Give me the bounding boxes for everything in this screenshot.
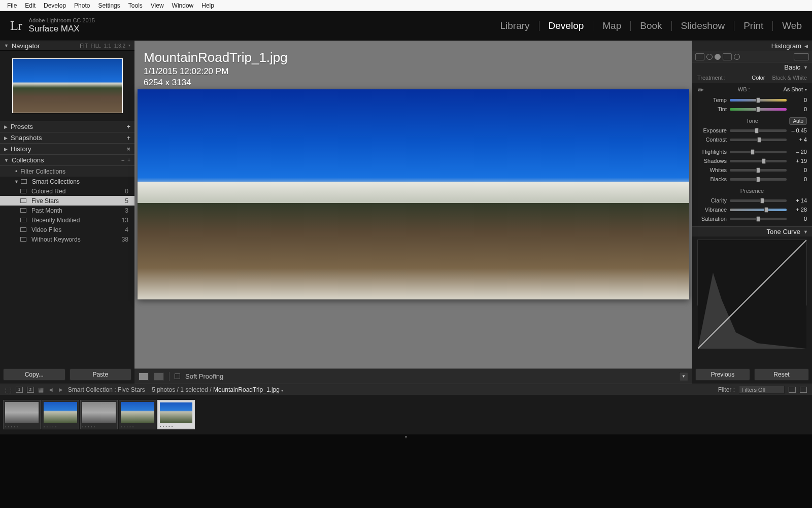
disclosure-triangle-icon[interactable]: ▶: [4, 124, 8, 129]
smart-collection-icon: [20, 208, 26, 213]
copy-button[interactable]: Copy...: [3, 368, 65, 381]
collection-colored-red[interactable]: Colored Red0: [0, 186, 134, 196]
reset-button[interactable]: Reset: [754, 368, 809, 381]
nav-zoom-fill[interactable]: FILL: [91, 43, 101, 49]
filter-lock-icon[interactable]: [789, 387, 796, 393]
collections-plus-icon[interactable]: +: [127, 157, 130, 163]
collection-five-stars[interactable]: Five Stars5: [0, 196, 134, 206]
folder-icon: [21, 179, 27, 184]
previous-button[interactable]: Previous: [695, 368, 750, 381]
module-web[interactable]: Web: [782, 20, 802, 31]
add-preset-icon[interactable]: +: [126, 123, 130, 130]
spot-tool-icon[interactable]: [706, 54, 713, 60]
snapshots-header[interactable]: ▶Snapshots +: [0, 132, 134, 143]
grid-view-2-icon[interactable]: 2: [27, 387, 34, 393]
menu-tools[interactable]: Tools: [124, 1, 147, 10]
slider-saturation[interactable]: Saturation0: [692, 214, 812, 223]
slider-temp[interactable]: Temp0: [692, 95, 812, 105]
radial-filter-icon[interactable]: [734, 54, 740, 60]
add-snapshot-icon[interactable]: +: [126, 134, 130, 142]
filter-collections[interactable]: •Filter Collections: [0, 165, 134, 177]
toolbar-menu-icon[interactable]: ▼: [679, 372, 688, 381]
catalog-name: Surface MAX: [29, 24, 95, 34]
treatment-bw[interactable]: Black & White: [772, 75, 807, 81]
disclosure-triangle-icon[interactable]: ◀: [804, 44, 808, 49]
loupe-view-icon[interactable]: [139, 372, 149, 381]
module-book[interactable]: Book: [640, 20, 662, 31]
thumbnail-1[interactable]: • • • • •: [3, 400, 41, 429]
thumbnail-4[interactable]: • • • • •: [119, 400, 156, 429]
nav-zoom-fit[interactable]: FIT: [80, 43, 88, 49]
history-header[interactable]: ▶History ×: [0, 143, 134, 154]
slider-tint[interactable]: Tint0: [692, 105, 812, 114]
treatment-color[interactable]: Color: [752, 75, 765, 81]
module-develop[interactable]: Develop: [549, 20, 584, 31]
basic-header[interactable]: Basic▼: [692, 62, 812, 72]
thumbnail-3[interactable]: • • • • •: [80, 400, 118, 429]
tone-curve-header[interactable]: Tone Curve▼: [692, 226, 812, 236]
grid-icon[interactable]: ▦: [38, 386, 44, 393]
auto-tone-button[interactable]: Auto: [789, 117, 807, 125]
wb-dropdown[interactable]: As Shot▾: [783, 86, 807, 92]
clear-history-icon[interactable]: ×: [126, 145, 130, 153]
slider-shadows[interactable]: Shadows+ 19: [692, 156, 812, 165]
slider-exposure[interactable]: Exposure– 0.45: [692, 126, 812, 135]
slider-whites[interactable]: Whites0: [692, 165, 812, 175]
disclosure-triangle-icon[interactable]: ▼: [4, 43, 9, 48]
histogram-header[interactable]: Histogram◀: [692, 41, 812, 51]
paste-button[interactable]: Paste: [70, 368, 132, 381]
nav-fwd-icon[interactable]: ►: [58, 386, 64, 393]
collection-without-keywords[interactable]: Without Keywords38: [0, 234, 134, 244]
menu-help[interactable]: Help: [197, 1, 218, 10]
module-map[interactable]: Map: [602, 20, 621, 31]
nav-back-icon[interactable]: ◄: [48, 386, 54, 393]
soft-proof-checkbox[interactable]: [175, 374, 180, 379]
menu-develop[interactable]: Develop: [40, 1, 70, 10]
slider-vibrance[interactable]: Vibrance+ 28: [692, 205, 812, 214]
before-after-icon[interactable]: [154, 372, 164, 381]
collection-video-files[interactable]: Video Files4: [0, 225, 134, 234]
menu-edit[interactable]: Edit: [21, 1, 40, 10]
wb-eyedropper-icon[interactable]: ✎: [696, 84, 706, 94]
slider-contrast[interactable]: Contrast+ 4: [692, 135, 812, 144]
filter-dropdown[interactable]: Filters Off: [739, 386, 785, 394]
menu-settings[interactable]: Settings: [94, 1, 124, 10]
grid-view-icon[interactable]: 1: [16, 387, 23, 393]
collections-minus-icon[interactable]: –: [122, 157, 125, 163]
loupe-view[interactable]: MountainRoadTrip_1.jpg 1/1/2015 12:02:20…: [134, 41, 692, 384]
slider-clarity[interactable]: Clarity+ 14: [692, 196, 812, 205]
collection-recently-modified[interactable]: Recently Modified13: [0, 215, 134, 225]
thumbnail-5-selected[interactable]: • • • • •: [157, 400, 195, 429]
presets-header[interactable]: ▶Presets +: [0, 121, 134, 132]
module-slideshow[interactable]: Slideshow: [681, 20, 725, 31]
collection-past-month[interactable]: Past Month3: [0, 206, 134, 215]
brush-tool-icon[interactable]: [794, 53, 809, 60]
module-library[interactable]: Library: [500, 20, 530, 31]
collections-header[interactable]: ▼Collections –+: [0, 154, 134, 165]
smart-collections-group[interactable]: ▼Smart Collections: [0, 177, 134, 186]
nav-zoom-1to1[interactable]: 1:1: [104, 43, 111, 49]
chevron-down-icon[interactable]: ▾: [128, 43, 130, 49]
redeye-tool-icon[interactable]: [715, 54, 721, 60]
smart-collection-icon: [20, 237, 26, 242]
menu-window[interactable]: Window: [168, 1, 198, 10]
navigator-header[interactable]: ▼Navigator FIT FILL 1:1 1:3.2 ▾: [0, 41, 134, 51]
second-monitor-icon[interactable]: ⬚: [5, 386, 12, 394]
thumbnail-2[interactable]: • • • • •: [42, 400, 79, 429]
filter-flag-icon[interactable]: [800, 387, 807, 393]
bottom-panel-expand-icon[interactable]: ▼: [404, 435, 408, 439]
tone-curve-graph[interactable]: [697, 240, 807, 306]
slider-blacks[interactable]: Blacks0: [692, 175, 812, 184]
module-print[interactable]: Print: [743, 20, 763, 31]
navigator-preview[interactable]: [12, 58, 123, 113]
filmstrip[interactable]: • • • • • • • • • • • • • • • • • • • • …: [0, 395, 812, 434]
nav-zoom-custom[interactable]: 1:3.2: [114, 43, 125, 49]
crop-tool-icon[interactable]: [695, 53, 704, 60]
menu-photo[interactable]: Photo: [70, 1, 94, 10]
menu-file[interactable]: File: [3, 1, 21, 10]
slider-highlights[interactable]: Highlights– 20: [692, 147, 812, 156]
grad-filter-icon[interactable]: [723, 53, 732, 60]
source-path[interactable]: Smart Collection : Five Stars 5 photos /…: [68, 386, 283, 393]
main-image[interactable]: [138, 89, 689, 299]
menu-view[interactable]: View: [147, 1, 168, 10]
